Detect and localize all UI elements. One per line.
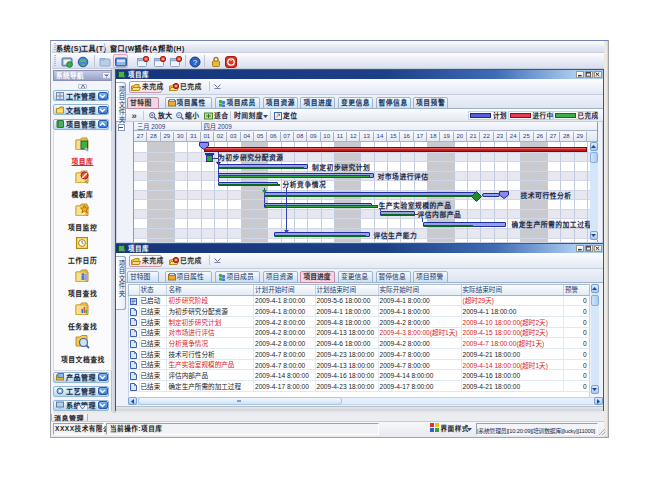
svg-text:?: ? (193, 57, 198, 66)
